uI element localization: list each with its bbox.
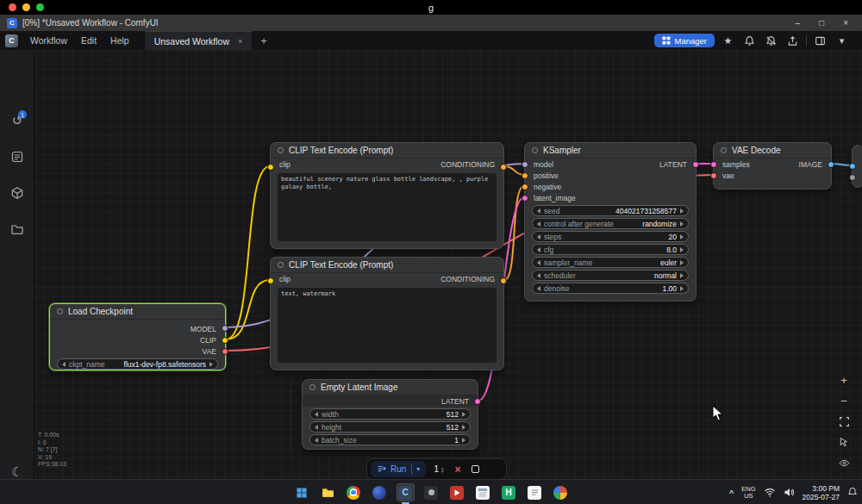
color-wheel-button[interactable] — [552, 483, 570, 501]
prev-arrow-icon[interactable] — [537, 234, 540, 240]
prev-arrow-icon[interactable] — [537, 221, 540, 227]
collapse-icon[interactable] — [57, 308, 63, 314]
port-model-output[interactable] — [222, 325, 228, 332]
comfyui-logo-icon[interactable]: C — [5, 34, 18, 47]
models-button[interactable] — [0, 183, 34, 203]
port-input[interactable] — [849, 174, 856, 181]
notification-center-button[interactable] — [847, 485, 858, 501]
node-ksampler[interactable]: KSampler model LATENT positive negative … — [524, 142, 696, 302]
seed-widget[interactable]: seed 404021731258577 — [532, 205, 689, 216]
queue-button[interactable] — [0, 146, 34, 167]
next-arrow-icon[interactable] — [680, 260, 684, 265]
prompt-textarea[interactable]: text, watermark — [278, 288, 497, 363]
workflow-tab[interactable]: Unsaved Workflow × — [145, 31, 253, 50]
prev-arrow-icon[interactable] — [537, 208, 540, 214]
prev-arrow-icon[interactable] — [537, 273, 540, 278]
screen-capture-button[interactable] — [422, 483, 440, 501]
maximize-button[interactable]: □ — [819, 19, 824, 28]
node-header[interactable]: Empty Latent Image — [303, 380, 478, 395]
node-clip-text-encode-positive[interactable]: CLIP Text Encode (Prompt) clip CONDITION… — [270, 142, 504, 249]
batch-count-stepper[interactable]: 1 ▴ ▾ — [434, 464, 443, 474]
width-widget[interactable]: width 512 — [309, 408, 471, 420]
volume-button[interactable] — [784, 485, 795, 501]
port-vae-input[interactable] — [710, 172, 717, 179]
browser-button[interactable] — [371, 483, 389, 501]
fit-view-button[interactable] — [836, 414, 852, 429]
node-vae-decode[interactable]: VAE Decode samples IMAGE vae — [713, 142, 832, 190]
port-vae-output[interactable] — [222, 348, 228, 355]
prev-arrow-icon[interactable] — [537, 247, 540, 252]
port-latent-image-input[interactable] — [522, 195, 528, 202]
node-header[interactable]: Load Checkpoint — [50, 304, 225, 320]
next-arrow-icon[interactable] — [462, 425, 465, 430]
prev-arrow-icon[interactable] — [315, 412, 318, 417]
count-down-icon[interactable]: ▾ — [441, 470, 444, 473]
node-header[interactable]: KSampler — [525, 143, 696, 159]
notification-muted-icon[interactable] — [763, 34, 779, 47]
zoom-in-button[interactable]: + — [836, 372, 852, 388]
manager-button[interactable]: Manager — [654, 34, 715, 47]
chrome-button[interactable] — [345, 483, 363, 501]
menu-workflow[interactable]: Workflow — [23, 33, 74, 48]
next-arrow-icon[interactable] — [680, 234, 684, 240]
comfyui-app-button[interactable]: C — [397, 483, 415, 501]
port-positive-input[interactable] — [522, 172, 528, 179]
port-negative-input[interactable] — [522, 184, 528, 190]
node-library-button[interactable] — [0, 219, 34, 240]
minimize-button[interactable]: – — [796, 19, 801, 28]
toggle-links-button[interactable] — [836, 455, 852, 470]
node-header[interactable]: VAE Decode — [714, 143, 831, 159]
next-arrow-icon[interactable] — [680, 221, 684, 227]
clear-queue-button[interactable]: × — [454, 464, 460, 476]
next-arrow-icon[interactable] — [680, 273, 684, 278]
steps-widget[interactable]: steps 20 — [532, 231, 689, 242]
next-arrow-icon[interactable] — [462, 412, 465, 417]
h-app-button[interactable]: H — [500, 483, 518, 501]
node-header[interactable]: CLIP Text Encode (Prompt) — [271, 258, 503, 273]
next-arrow-icon[interactable] — [680, 208, 684, 214]
spreadsheet-button[interactable] — [474, 483, 492, 501]
prev-arrow-icon[interactable] — [315, 438, 318, 443]
scheduler-widget[interactable]: scheduler normal — [532, 270, 689, 281]
collapse-icon[interactable] — [721, 147, 727, 153]
ckpt-name-widget[interactable]: ckpt_name flux1-dev-fp8.safetensors — [57, 358, 218, 370]
port-latent-output[interactable] — [692, 161, 699, 168]
clock[interactable]: 3:00 PM 2025-07-27 — [803, 484, 840, 501]
start-button[interactable] — [293, 483, 311, 501]
node-header[interactable]: CLIP Text Encode (Prompt) — [271, 143, 503, 159]
workflows-history-button[interactable]: ↺ 1 — [0, 110, 34, 131]
port-clip-input[interactable] — [267, 277, 274, 284]
select-mode-button[interactable] — [836, 434, 852, 450]
port-samples-input[interactable] — [710, 161, 717, 168]
next-arrow-icon[interactable] — [680, 247, 684, 252]
tray-chevron-icon[interactable]: ^ — [729, 488, 734, 497]
node-clip-text-encode-negative[interactable]: CLIP Text Encode (Prompt) clip CONDITION… — [270, 257, 504, 370]
new-workflow-button[interactable]: + — [252, 34, 276, 47]
denoise-widget[interactable]: denoise 1.00 — [532, 283, 689, 294]
port-latent-output[interactable] — [474, 398, 481, 405]
next-arrow-icon[interactable] — [462, 438, 465, 443]
port-clip-input[interactable] — [267, 164, 274, 171]
control-after-generate-widget[interactable]: control after generate randomize — [532, 218, 689, 229]
port-conditioning-output[interactable] — [500, 277, 507, 284]
sampler-name-widget[interactable]: sampler_name euler — [532, 257, 689, 268]
workflow-tab-close-icon[interactable]: × — [238, 37, 242, 46]
port-model-input[interactable] — [522, 161, 528, 168]
notification-icon[interactable] — [741, 34, 758, 47]
stop-button[interactable] — [472, 465, 479, 473]
file-explorer-button[interactable] — [319, 483, 337, 501]
share-icon[interactable] — [784, 34, 801, 47]
run-button[interactable]: Run ▾ — [371, 461, 426, 477]
maximize-traffic-icon[interactable] — [36, 3, 44, 11]
prompt-textarea[interactable]: beautiful scenery nature glass bottle la… — [278, 173, 497, 241]
batch-size-widget[interactable]: batch_size 1 — [309, 434, 471, 445]
menu-edit[interactable]: Edit — [74, 33, 103, 48]
close-traffic-icon[interactable] — [9, 3, 16, 11]
prev-arrow-icon[interactable] — [537, 286, 540, 291]
media-player-button[interactable] — [448, 483, 466, 501]
run-options-chevron-icon[interactable]: ▾ — [411, 464, 420, 475]
prev-arrow-icon[interactable] — [315, 425, 318, 430]
collapse-icon[interactable] — [309, 384, 315, 390]
prev-arrow-icon[interactable] — [537, 260, 540, 265]
port-images-input[interactable] — [849, 163, 856, 170]
